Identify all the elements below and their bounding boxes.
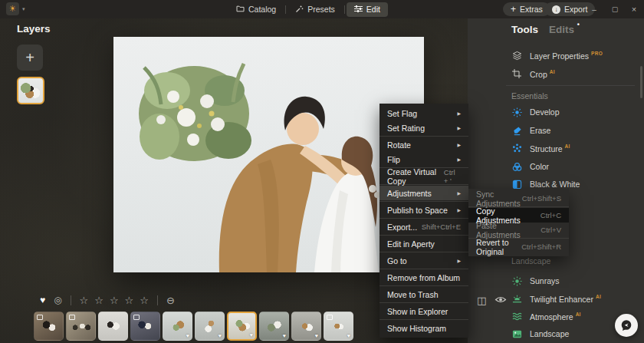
tool-layer-properties[interactable]: Layer PropertiesPRO [511,48,638,63]
tool-color[interactable]: Color [511,159,638,174]
menu-divider [380,319,468,320]
filmstrip-thumb-6[interactable]: ♥ [195,312,225,341]
shortcut-label: Ctrl+V [540,226,561,234]
maximize-button[interactable]: ▢ [605,0,625,18]
tools-panel: Tools Edits• Layer PropertiesPRO CropAI … [468,18,644,343]
menu-item-show-histogram[interactable]: Show Histogram [380,321,468,335]
star-4-icon[interactable]: ☆ [125,295,134,306]
filmstrip-thumb-1[interactable] [34,312,64,341]
canvas-image[interactable] [113,37,424,272]
minimize-button[interactable]: – [584,0,604,18]
submenu-arrow-icon: ▶ [457,190,461,196]
star-5-icon[interactable]: ☆ [140,295,149,306]
title-bar: ☀ ▾ Catalog Presets Edi [0,0,644,18]
heart-icon: ♥ [186,333,189,338]
menu-item-set-rating[interactable]: Set Rating▶ [380,120,468,135]
menu-divider [380,269,468,269]
view-toggles: ◫ [477,295,507,306]
filmstrip-thumb-8[interactable]: ♥ [259,312,289,341]
tool-erase[interactable]: Erase [511,123,638,138]
ai-badge: AI [550,69,555,74]
heart-icon: ♥ [315,333,318,338]
filmstrip-thumb-2[interactable] [66,312,96,341]
menu-item-set-flag[interactable]: Set Flag▶ [380,106,468,120]
menu-item-rotate[interactable]: Rotate▶ [380,137,468,152]
submenu-item-revert-to-original[interactable]: Revert to OriginalCtrl+Shift+R [468,239,569,254]
star-rating: ☆ ☆ ☆ ☆ ☆ [80,295,149,306]
submenu-arrow-icon: ▶ [457,110,461,116]
filmstrip-thumb-5[interactable]: ♥ [163,312,192,341]
layer-thumbnail-selected[interactable] [17,77,44,104]
tab-presets[interactable]: Presets [288,2,343,17]
tool-crop[interactable]: CropAI [511,66,638,81]
close-button[interactable]: × [624,0,644,18]
flag-picked-icon[interactable]: ◎ [54,295,61,305]
menu-item-remove-from-album[interactable]: Remove from Album [380,270,468,285]
submenu-arrow-icon: ▶ [457,207,461,213]
tool-sunrays[interactable]: Sunrays [511,273,638,289]
star-3-icon[interactable]: ☆ [110,295,119,306]
edited-badge-icon [133,315,140,320]
tab-edits[interactable]: Edits• [549,24,574,35]
eye-visibility-icon[interactable] [495,295,507,306]
reject-flag-icon[interactable]: ⊖ [166,295,175,306]
help-chat-button[interactable] [615,314,638,337]
submenu-item-sync-adjustments[interactable]: Sync AdjustmentsCtrl+Shift+S [468,191,569,206]
menu-item-flip[interactable]: Flip▶ [380,152,468,167]
tool-develop[interactable]: Develop [511,104,638,120]
menu-item-publish-to-space[interactable]: Publish to Space▶ [380,203,468,217]
menu-divider [380,201,468,202]
add-layer-button[interactable]: + [17,45,43,71]
menu-item-show-in-explorer[interactable]: Show in Explorer [380,304,468,318]
menu-item-create-virtual-copy[interactable]: Create Virtual CopyCtrl + ' [380,169,468,183]
divider [506,85,635,86]
filmstrip-thumb-3[interactable] [98,312,128,341]
develop-sun-icon [511,107,522,117]
filmstrip-thumb-4[interactable] [130,312,160,341]
scrollbar-thumb[interactable] [640,66,642,98]
structure-icon [511,143,522,153]
compare-before-after-icon[interactable]: ◫ [477,295,486,306]
landscape-image-icon [511,329,522,339]
tab-edit[interactable]: Edit [347,2,388,17]
star-2-icon[interactable]: ☆ [94,295,104,306]
layers-panel-title: Layers [17,23,51,35]
tool-structure[interactable]: StructureAI [511,140,638,156]
app-menu-button[interactable]: ☀ ▾ [6,2,25,15]
menu-divider [380,302,468,303]
divider [71,295,71,305]
wedding-photo-illustration [113,37,424,272]
twilight-sun-icon [511,294,522,304]
luminar-logo-icon: ☀ [6,2,19,15]
menu-item-move-to-trash[interactable]: Move to Trash [380,287,468,302]
menu-item-go-to[interactable]: Go to▶ [380,253,468,268]
tab-tools[interactable]: Tools [511,24,538,35]
tool-twilight-enhancer[interactable]: Twilight EnhancerAI [511,291,638,306]
extras-button[interactable]: + Extras [503,2,550,16]
divider [344,5,345,14]
edited-badge-icon [69,315,75,320]
menu-item-adjustments[interactable]: Adjustments▶ [380,186,468,200]
chevron-down-icon: ▾ [22,6,25,12]
color-circles-icon [511,162,522,172]
tab-catalog[interactable]: Catalog [228,2,284,17]
filmstrip-thumb-9[interactable]: ♥ [291,312,321,341]
panel-tabs: Tools Edits• [511,24,574,35]
section-essentials: Essentials [511,90,548,102]
ai-badge: AI [565,143,570,149]
submenu-arrow-icon: ▶ [457,258,461,263]
menu-item-export[interactable]: Export...Shift+Ctrl+E [380,219,468,234]
mode-tabs: Catalog Presets Edit [228,2,388,17]
submenu-item-paste-adjustments[interactable]: Paste AdjustmentsCtrl+V [468,223,569,237]
favorite-heart-icon[interactable]: ♥ [40,295,45,305]
adjustments-submenu: Sync AdjustmentsCtrl+Shift+S Copy Adjust… [468,189,569,256]
edited-badge-icon [37,315,43,320]
submenu-arrow-icon: ▶ [457,125,461,130]
filmstrip-thumb-7-selected[interactable]: ♥ [227,312,257,341]
menu-item-edit-in-aperty[interactable]: Edit in Aperty [380,236,468,251]
menu-divider [380,252,468,252]
filmstrip-thumb-10[interactable]: ♥ [324,312,353,341]
submenu-arrow-icon: ▶ [457,142,461,147]
star-1-icon[interactable]: ☆ [80,295,89,306]
eraser-icon [511,126,522,136]
